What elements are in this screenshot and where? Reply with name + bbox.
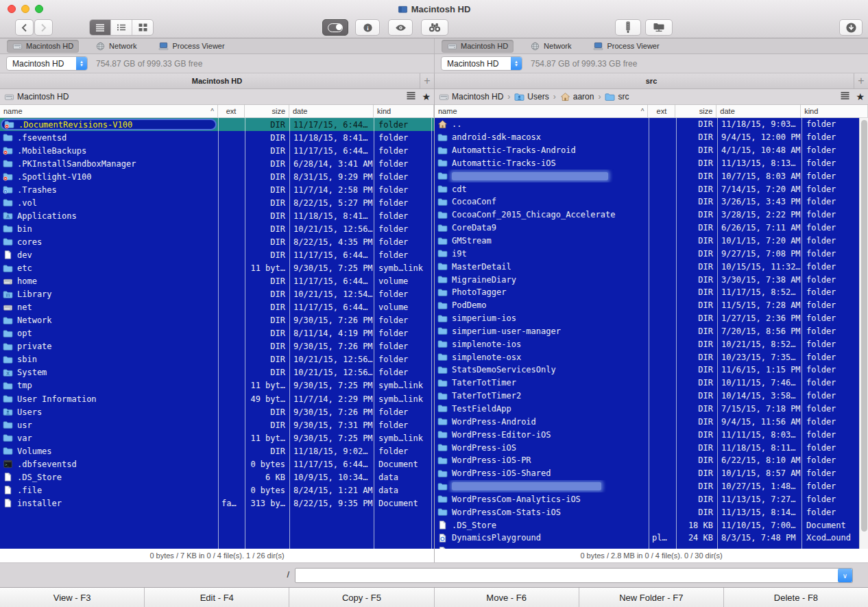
column-separator[interactable] [649, 118, 649, 549]
edit-f4-button[interactable]: Edit - F4 [145, 588, 289, 607]
column-header-ext[interactable]: ext [648, 105, 675, 117]
detail-list-view-icon[interactable] [111, 20, 132, 35]
file-row[interactable]: PhotoTaggerDIR11/17/15, 8:52…folder [435, 286, 868, 299]
file-row[interactable]: .TrashesDIR11/7/14, 2:58 PMfolder [0, 183, 434, 196]
scrollbar[interactable] [859, 118, 868, 549]
file-row[interactable]: .file0 bytes8/24/15, 1:21 AMdata [0, 484, 434, 497]
column-header-size[interactable]: size [245, 105, 289, 117]
breadcrumb-item[interactable]: Users [514, 92, 548, 102]
tab-network[interactable]: Network [90, 40, 142, 53]
file-row[interactable]: DIR10/27/15, 1:48…folder [435, 480, 868, 493]
list-view-icon[interactable] [90, 20, 111, 35]
file-row[interactable]: User Information49 byt…11/7/14, 2:29 PMs… [0, 392, 434, 405]
delete-f8-button[interactable]: Delete - F8 [724, 588, 868, 607]
titlebar[interactable]: Macintosh HD [0, 0, 868, 18]
file-row[interactable]: android-sdk-macosxDIR9/4/15, 12:00 PMfol… [435, 131, 868, 144]
file-row[interactable]: LibraryDIR10/21/15, 12:54…folder [0, 288, 434, 301]
file-row[interactable]: .DS_Store18 KB11/10/15, 7:00…Document [435, 519, 868, 532]
file-row[interactable]: NetworkDIR9/30/15, 7:26 PMfolder [0, 314, 434, 327]
file-row[interactable]: devDIR11/17/15, 6:44…folder [0, 248, 434, 261]
file-row[interactable]: CocoaConfDIR3/26/15, 3:43 PMfolder [435, 195, 868, 209]
file-row[interactable]: WordPress-iOS-PRDIR6/22/15, 8:10 AMfolde… [435, 454, 868, 467]
favorite-star-icon[interactable]: ★ [422, 92, 431, 102]
add-tab-button[interactable]: + [854, 73, 868, 88]
file-row[interactable]: WordPress-iOS-SharedDIR10/1/15, 8:57 AMf… [435, 467, 868, 480]
column-header-ext[interactable]: ext [218, 105, 245, 117]
file-row[interactable]: WordPress-AndroidDIR9/4/15, 11:56 AMfold… [435, 415, 868, 428]
file-row[interactable]: WordPress-Editor-iOSDIR11/11/15, 8:03…fo… [435, 428, 868, 441]
file-row[interactable]: coresDIR8/22/15, 4:35 PMfolder [0, 235, 434, 248]
tab-process-viewer[interactable]: Process Viewer [153, 40, 230, 53]
file-row[interactable]: simplenote-iosDIR10/21/15, 8:52…folder [435, 337, 868, 350]
file-row[interactable]: PodDemoDIR11/5/15, 7:28 AMfolder [435, 299, 868, 312]
file-row[interactable]: WordPressCom-Analytics-iOSDIR11/13/15, 7… [435, 492, 868, 505]
column-separator[interactable] [374, 118, 374, 549]
file-row[interactable]: VolumesDIR11/18/15, 9:02…folder [0, 444, 434, 457]
column-header-kind[interactable]: kind [374, 105, 434, 117]
file-row[interactable]: optDIR8/11/14, 4:19 PMfolder [0, 327, 434, 340]
pane-header[interactable]: src + [435, 73, 868, 89]
file-row[interactable]: simperium-user-managerDIR7/20/15, 8:56 P… [435, 325, 868, 338]
file-row[interactable]: DIR10/7/15, 8:03 AMfolder [435, 169, 868, 182]
list-menu-icon[interactable] [841, 92, 849, 102]
column-header-date[interactable]: date [716, 105, 801, 117]
file-row[interactable]: privateDIR9/30/15, 7:26 PMfolder [0, 340, 434, 353]
forward-button[interactable] [34, 19, 53, 36]
add-tab-button[interactable]: + [420, 73, 434, 88]
breadcrumb-item[interactable]: Macintosh HD [4, 92, 69, 102]
zoom-button[interactable] [35, 5, 43, 13]
downloads-button[interactable] [839, 19, 863, 36]
file-row[interactable]: .DS_Store6 KB10/9/15, 10:34…data [0, 471, 434, 484]
file-row[interactable]: TestFieldAppDIR7/15/15, 7:18 PMfolder [435, 403, 868, 416]
file-row[interactable]: XSystemDIR10/21/15, 12:56…folder [0, 366, 434, 379]
file-row[interactable]: Automattic-Tracks-iOSDIR11/13/15, 8:13…f… [435, 157, 868, 170]
file-row[interactable]: i9tDIR9/27/15, 7:08 PMfolder [435, 247, 868, 260]
file-list[interactable]: .DocumentRevisions-V100DIR11/17/15, 6:44… [0, 118, 434, 549]
file-row[interactable]: StatsDemoServicesOnlyDIR11/6/15, 1:15 PM… [435, 364, 868, 377]
file-row[interactable]: ..DIR11/18/15, 9:03…folder [435, 118, 868, 131]
file-row[interactable]: AApplicationsDIR11/18/15, 8:41…folder [0, 209, 434, 222]
file-row[interactable]: .fseventsdDIR11/18/15, 8:41…folder [0, 131, 434, 144]
tab-macintosh-hd[interactable]: Macintosh HD [442, 40, 514, 53]
file-row[interactable]: TaterTotTimerDIR10/11/15, 7:46…folder [435, 377, 868, 390]
network-share-button[interactable] [645, 19, 673, 36]
info-button[interactable]: i [355, 19, 380, 36]
column-header-name[interactable]: name^ [435, 105, 648, 117]
column-header-name[interactable]: name^ [0, 105, 218, 117]
search-button[interactable] [421, 19, 448, 36]
tab-macintosh-hd[interactable]: Macintosh HD [7, 40, 79, 53]
file-row[interactable] [435, 545, 868, 549]
column-header-kind[interactable]: kind [801, 105, 868, 117]
file-row[interactable]: >_.dbfseventsd0 bytes11/17/15, 6:44…Docu… [0, 457, 434, 471]
file-row[interactable]: var11 byt…9/30/15, 7:25 PMsymb…link [0, 431, 434, 444]
breadcrumb-item[interactable]: Macintosh HD [439, 92, 503, 102]
file-row[interactable]: WordPressCom-Stats-iOSDIR11/13/15, 8:14…… [435, 505, 868, 519]
file-row[interactable]: homeDIR11/17/15, 6:44…volume [0, 275, 434, 288]
file-row[interactable]: GMStreamDIR10/1/15, 7:20 AMfolder [435, 235, 868, 248]
column-separator[interactable] [676, 118, 677, 549]
favorite-star-icon[interactable]: ★ [856, 92, 865, 102]
column-separator[interactable] [245, 118, 245, 549]
column-separator[interactable] [218, 118, 219, 549]
file-row[interactable]: tmp11 byt…9/30/15, 7:25 PMsymb…link [0, 379, 434, 392]
column-header-size[interactable]: size [675, 105, 716, 117]
file-row[interactable]: TaterTotTimer2DIR10/14/15, 3:58…folder [435, 390, 868, 403]
minimize-button[interactable] [21, 5, 29, 13]
column-separator[interactable] [801, 118, 802, 549]
new-folder-f7-button[interactable]: New Folder - F7 [579, 588, 724, 607]
column-header-date[interactable]: date [289, 105, 374, 117]
file-row[interactable]: CocoaConf_2015_Chicago_AccelerateDIR3/28… [435, 209, 868, 222]
file-row[interactable]: .volDIR8/22/15, 5:27 PMfolder [0, 196, 434, 209]
file-row[interactable]: cdtDIR7/14/15, 7:20 AMfolder [435, 182, 868, 195]
view-f3-button[interactable]: View - F3 [0, 588, 145, 607]
move-f6-button[interactable]: Move - F6 [435, 588, 579, 607]
file-row[interactable]: .Spotlight-V100DIR8/31/15, 9:29 PMfolder [0, 170, 434, 183]
file-row[interactable]: etc11 byt…9/30/15, 7:25 PMsymb…link [0, 262, 434, 275]
pane-header[interactable]: Macintosh HD + [0, 73, 434, 89]
copy-f5-button[interactable]: Copy - F5 [289, 588, 434, 607]
file-row[interactable]: MasterDetailDIR10/15/15, 11:32…folder [435, 260, 868, 273]
file-row[interactable]: usrDIR9/30/15, 7:31 PMfolder [0, 418, 434, 431]
file-row[interactable]: netDIR11/17/15, 6:44…volume [0, 301, 434, 314]
command-input[interactable] [295, 568, 853, 583]
icon-view-icon[interactable] [132, 20, 154, 35]
